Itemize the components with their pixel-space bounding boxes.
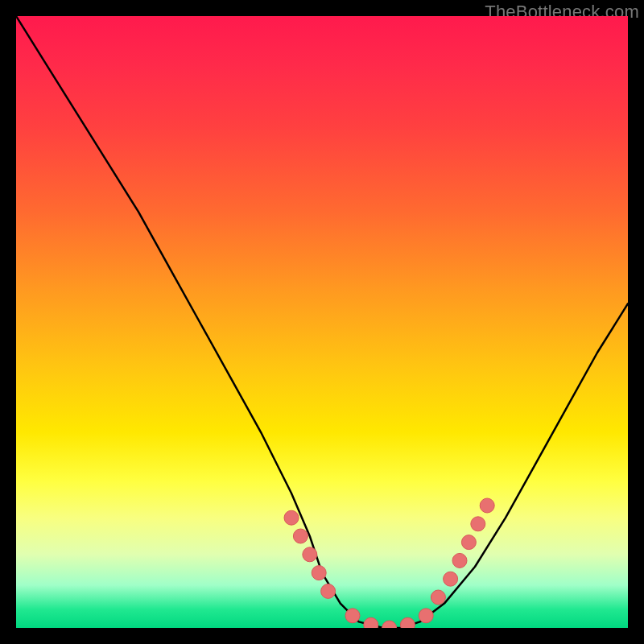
- curve-line: [16, 16, 628, 628]
- highlight-dots: [284, 498, 494, 628]
- highlight-dot: [431, 590, 445, 605]
- highlight-dot: [293, 529, 308, 543]
- plot-area: [16, 16, 628, 628]
- highlight-dot: [452, 553, 467, 568]
- highlight-dot: [480, 498, 494, 513]
- highlight-dot: [461, 535, 476, 550]
- highlight-dot: [303, 547, 317, 562]
- highlight-dot: [400, 617, 415, 628]
- highlight-dot: [321, 584, 336, 598]
- highlight-dot: [471, 517, 485, 531]
- highlight-dot: [364, 617, 378, 628]
- highlight-dot: [284, 510, 299, 525]
- chart-container: TheBottleneck.com: [0, 0, 644, 644]
- chart-svg: [16, 16, 628, 628]
- highlight-dot: [345, 609, 360, 623]
- highlight-dot: [382, 621, 397, 628]
- highlight-dot: [312, 566, 326, 580]
- highlight-dot: [444, 572, 458, 586]
- highlight-dot: [419, 609, 433, 623]
